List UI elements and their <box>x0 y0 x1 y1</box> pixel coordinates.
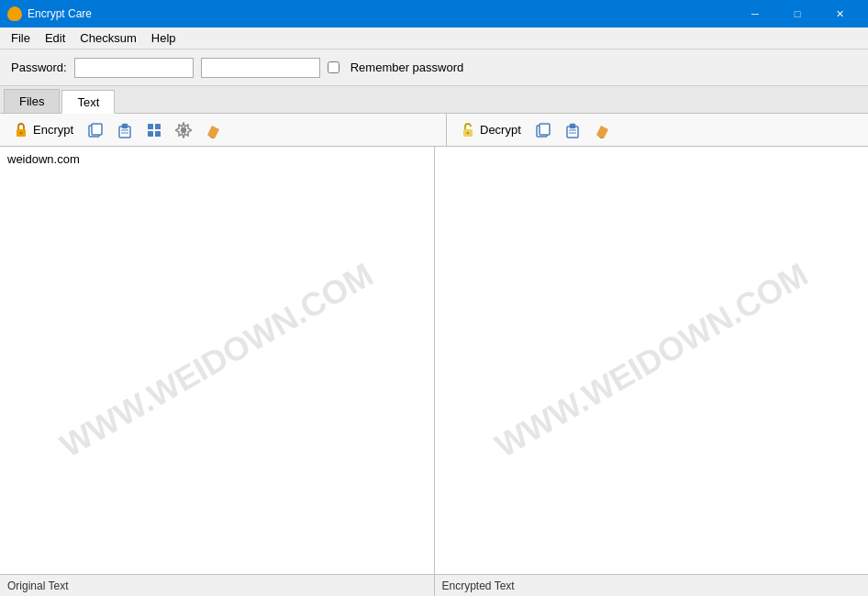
maximize-button[interactable]: □ <box>776 0 818 28</box>
minimize-button[interactable]: ─ <box>734 0 776 28</box>
app-icon <box>7 6 22 21</box>
tab-files[interactable]: Files <box>4 89 60 113</box>
encrypted-text-wrapper: WWW.WEIDOWN.COM <box>435 147 869 574</box>
menu-help[interactable]: Help <box>144 29 184 47</box>
status-bar: Original Text Encrypted Text <box>0 574 868 596</box>
encrypt-button[interactable]: Encrypt <box>7 118 79 142</box>
copy-right-icon <box>535 122 551 138</box>
svg-rect-21 <box>570 124 575 128</box>
encrypted-text-input[interactable] <box>435 147 869 574</box>
original-text-input[interactable]: weidown.com <box>0 147 434 574</box>
original-text-wrapper: weidown.com WWW.WEIDOWN.COM <box>0 147 434 574</box>
menubar: File Edit Checksum Help <box>0 28 868 50</box>
svg-rect-11 <box>155 131 161 137</box>
list-icon <box>146 122 162 138</box>
svg-marker-24 <box>596 126 608 138</box>
clear-right-button[interactable] <box>589 117 615 143</box>
menu-file[interactable]: File <box>4 29 38 47</box>
clear-left-button[interactable] <box>200 117 226 143</box>
text-areas: weidown.com WWW.WEIDOWN.COM WWW.WEIDOWN.… <box>0 147 868 574</box>
paste-icon <box>117 122 133 138</box>
svg-rect-19 <box>540 124 550 135</box>
lock-closed-icon <box>13 122 29 138</box>
main-area: Encrypt <box>0 114 868 596</box>
svg-point-1 <box>20 131 23 134</box>
app-title: Encrypt Care <box>28 7 734 20</box>
decrypt-button[interactable]: Decrypt <box>454 118 527 142</box>
svg-rect-10 <box>148 131 153 137</box>
close-button[interactable]: ✕ <box>818 0 861 28</box>
lock-open-icon <box>460 122 476 138</box>
decrypt-toolbar: Decrypt <box>447 114 868 146</box>
svg-rect-9 <box>155 124 161 129</box>
svg-marker-14 <box>207 126 219 138</box>
tab-text[interactable]: Text <box>61 90 115 114</box>
copy-button[interactable] <box>83 117 108 143</box>
window-controls: ─ □ ✕ <box>734 0 861 28</box>
status-encrypted: Encrypted Text <box>434 575 869 596</box>
paste-right-button[interactable] <box>560 117 585 143</box>
copy-right-button[interactable] <box>530 117 556 143</box>
svg-rect-5 <box>122 124 128 128</box>
right-panel: WWW.WEIDOWN.COM <box>434 147 869 574</box>
menu-edit[interactable]: Edit <box>38 29 72 47</box>
copy-icon <box>87 122 104 138</box>
password-field-2[interactable] <box>201 58 320 78</box>
left-panel: weidown.com WWW.WEIDOWN.COM <box>0 147 434 574</box>
list-icon-button[interactable] <box>141 117 167 143</box>
toolbar: Encrypt <box>0 114 868 147</box>
password-bar: Password: Remember password <box>0 50 868 86</box>
settings-button[interactable] <box>171 117 196 143</box>
svg-rect-3 <box>92 124 102 135</box>
tab-bar: Files Text <box>0 86 868 114</box>
paste-right-icon <box>564 122 581 138</box>
svg-rect-8 <box>148 124 153 129</box>
status-original: Original Text <box>0 575 434 596</box>
titlebar: Encrypt Care ─ □ ✕ <box>0 0 868 28</box>
remember-password-checkbox[interactable] <box>328 61 339 73</box>
encrypt-toolbar: Encrypt <box>0 114 447 146</box>
menu-checksum[interactable]: Checksum <box>72 29 143 47</box>
password-label: Password: <box>11 61 67 74</box>
eraser-right-icon <box>594 122 610 138</box>
remember-password-label[interactable]: Remember password <box>351 61 464 74</box>
eraser-left-icon <box>205 122 221 138</box>
paste-button[interactable] <box>112 117 138 143</box>
svg-point-17 <box>467 131 470 134</box>
gear-icon <box>175 122 192 138</box>
password-field-1[interactable] <box>74 58 194 78</box>
